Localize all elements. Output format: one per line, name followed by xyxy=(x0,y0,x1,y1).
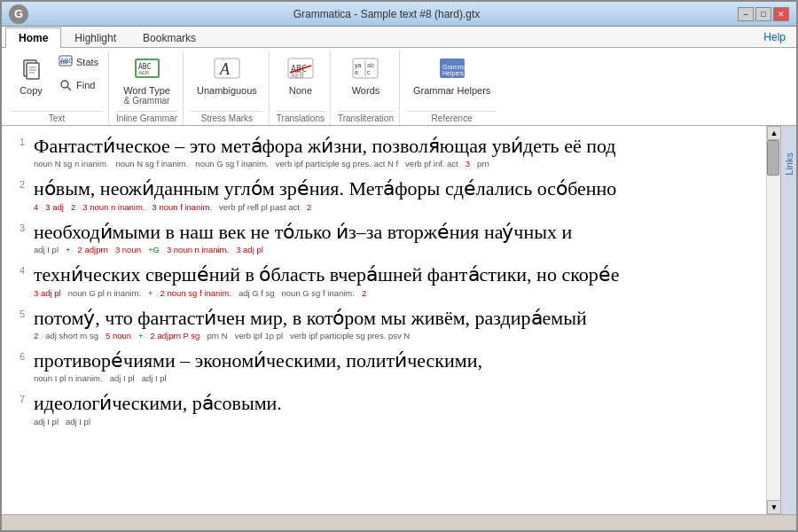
none-icon: ABC AEB xyxy=(286,55,315,83)
grammar-item: 5 noun xyxy=(106,331,131,340)
grammar-item: verb pf inf. act xyxy=(405,159,458,168)
grammar-row: 3 adj plnoun G pl n inanim.+2 noun sg f … xyxy=(34,288,745,298)
line-content: идеологи́ческими, ра́совыми.adj I pladj … xyxy=(34,392,745,426)
scroll-track[interactable] xyxy=(767,140,780,500)
stats-button[interactable]: ABC 123 Stats xyxy=(53,51,103,73)
line-number: 1 xyxy=(20,135,34,147)
scrollbar[interactable]: ▲ ▼ xyxy=(766,126,780,514)
ribbon-group-translations: ABC AEB None Translations xyxy=(271,51,331,125)
close-button[interactable]: ✕ xyxy=(773,7,789,21)
grammar-item: 3 adj xyxy=(45,202,64,212)
grammar-item: adj I pl xyxy=(110,373,135,383)
grammar-item: 2 xyxy=(71,202,75,212)
ribbon-group-reference: Grammar Helpers Grammar Helpers Referenc… xyxy=(402,51,502,125)
links-sidebar: Links xyxy=(780,126,796,514)
grammar-item: + xyxy=(66,245,71,254)
main-text[interactable]: Фантасти́ческое – это мета́фора жи́зни, … xyxy=(34,135,745,158)
grammar-item: 2 xyxy=(34,331,38,340)
grammar-helpers-button[interactable]: Grammar Helpers Grammar Helpers xyxy=(407,51,497,99)
reference-label: Reference xyxy=(407,111,497,123)
main-text[interactable]: техни́ческих сверше́ний в о́бласть вчера… xyxy=(34,263,745,286)
grammar-row: 2adj short m sg5 noun+2 adjprn P sgprn N… xyxy=(34,331,745,340)
grammar-item: 2 adjprn xyxy=(78,245,108,254)
grammar-item: 2 xyxy=(362,288,366,298)
grammar-item: verb ipf participle sg pres. act N f xyxy=(276,159,398,168)
grammar-item: verb pf refl pl past act xyxy=(219,202,300,212)
find-label: Find xyxy=(76,80,95,90)
svg-text:123: 123 xyxy=(60,59,68,65)
grammar-item: adj short m sg xyxy=(45,331,98,340)
line-number: 6 xyxy=(20,349,34,362)
tab-home[interactable]: Home xyxy=(5,27,61,48)
line-content: техни́ческих сверше́ний в о́бласть вчера… xyxy=(34,263,745,297)
grammar-item: 3 xyxy=(466,159,470,168)
grammar-label: & Grammar xyxy=(124,96,170,106)
grammar-row: adj I pl+2 adjprn3 noun+G3 noun n inanim… xyxy=(34,245,745,254)
main-text[interactable]: необходи́мыми в наш век не то́лько и́з–з… xyxy=(34,221,745,244)
grammar-item: 3 adj pl xyxy=(236,245,263,254)
main-text[interactable]: потому́, что фантасти́чен мир, в кото́ро… xyxy=(34,307,745,330)
grammar-item: adj G f sg xyxy=(239,288,275,298)
line-content: противоре́чиями – экономи́ческими, полит… xyxy=(34,349,745,383)
text-block: 4техни́ческих сверше́ний в о́бласть вчер… xyxy=(20,263,748,299)
copy-label: Copy xyxy=(20,85,43,96)
scroll-up-button[interactable]: ▲ xyxy=(767,126,781,140)
svg-text:c: c xyxy=(367,69,371,75)
scroll-thumb[interactable] xyxy=(767,140,779,176)
grammar-item: 3 noun n inanim. xyxy=(82,202,145,212)
grammar-item: adj I pl xyxy=(142,373,167,383)
text-block: 5потому́, что фантасти́чен мир, в кото́р… xyxy=(20,307,748,342)
text-group-items: Copy ABC 123 Stats xyxy=(11,51,103,109)
stats-label: Stats xyxy=(76,57,98,67)
text-group-label: Text xyxy=(11,111,103,123)
unambiguous-label: Unambiguous xyxy=(197,85,257,96)
minimize-button[interactable]: – xyxy=(738,7,754,21)
main-text[interactable]: но́вым, неожи́данным угло́м зре́ния. Мет… xyxy=(34,177,745,200)
none-button[interactable]: ABC AEB None xyxy=(280,51,321,99)
find-icon xyxy=(58,77,74,93)
grammar-item: adj I pl xyxy=(34,245,59,254)
svg-line-9 xyxy=(67,87,71,90)
ribbon-content: Copy ABC 123 Stats xyxy=(2,48,796,125)
app-logo: G xyxy=(9,4,28,24)
tab-highlight[interactable]: Highlight xyxy=(61,27,129,48)
grammar-helpers-icon: Grammar Helpers xyxy=(438,55,466,83)
inline-grammar-label: Inline Grammar xyxy=(116,111,177,123)
grammar-item: + xyxy=(148,288,153,298)
title-bar: G Grammatica - Sample text #8 (hard).gtx… xyxy=(2,2,796,27)
svg-text:AEB: AEB xyxy=(291,72,304,80)
svg-text:AEB: AEB xyxy=(138,70,149,75)
tab-bookmarks[interactable]: Bookmarks xyxy=(129,27,209,48)
line-number: 7 xyxy=(20,392,34,404)
ribbon: Home Highlight Bookmarks Help xyxy=(2,27,796,126)
main-text[interactable]: идеологи́ческими, ра́совыми. xyxy=(34,392,745,415)
status-bar xyxy=(2,514,796,530)
ribbon-group-text: Copy ABC 123 Stats xyxy=(5,51,109,125)
copy-icon xyxy=(17,55,45,83)
links-label[interactable]: Links xyxy=(784,153,794,176)
grammar-item: noun G pl n inanim. xyxy=(68,288,141,298)
grammar-item: 2 adjprn P sg xyxy=(151,331,200,340)
main-text[interactable]: противоре́чиями – экономи́ческими, полит… xyxy=(34,349,745,372)
text-block: 2но́вым, неожи́данным угло́м зре́ния. Ме… xyxy=(20,177,748,213)
copy-button[interactable]: Copy xyxy=(11,51,51,99)
grammar-item: adj I pl xyxy=(66,417,90,426)
help-button[interactable]: Help xyxy=(756,27,793,47)
line-number: 2 xyxy=(20,177,34,190)
window-controls: – □ ✕ xyxy=(738,7,789,21)
unambiguous-button[interactable]: A ´ Unambiguous xyxy=(191,51,263,99)
ribbon-tabs: Home Highlight Bookmarks Help xyxy=(2,27,796,48)
word-type-button[interactable]: ABC AEB Word Type & Grammar xyxy=(117,51,176,109)
content-area[interactable]: 1Фантасти́ческое – это мета́фора жи́зни,… xyxy=(2,126,766,514)
grammar-item: adj I pl xyxy=(34,417,59,426)
grammar-item: 3 noun n inanim. xyxy=(167,245,229,254)
find-button[interactable]: Find xyxy=(53,74,103,96)
svg-text:я: я xyxy=(355,69,358,75)
stress-items: A ´ Unambiguous xyxy=(191,51,263,109)
grammar-item: 2 xyxy=(307,202,311,212)
words-button[interactable]: уа я ab c Words xyxy=(345,51,386,99)
scroll-down-button[interactable]: ▼ xyxy=(767,500,781,514)
grammar-item: 3 noun f inanim. xyxy=(152,202,212,212)
grammar-item: + xyxy=(138,331,144,340)
maximize-button[interactable]: □ xyxy=(755,7,771,21)
